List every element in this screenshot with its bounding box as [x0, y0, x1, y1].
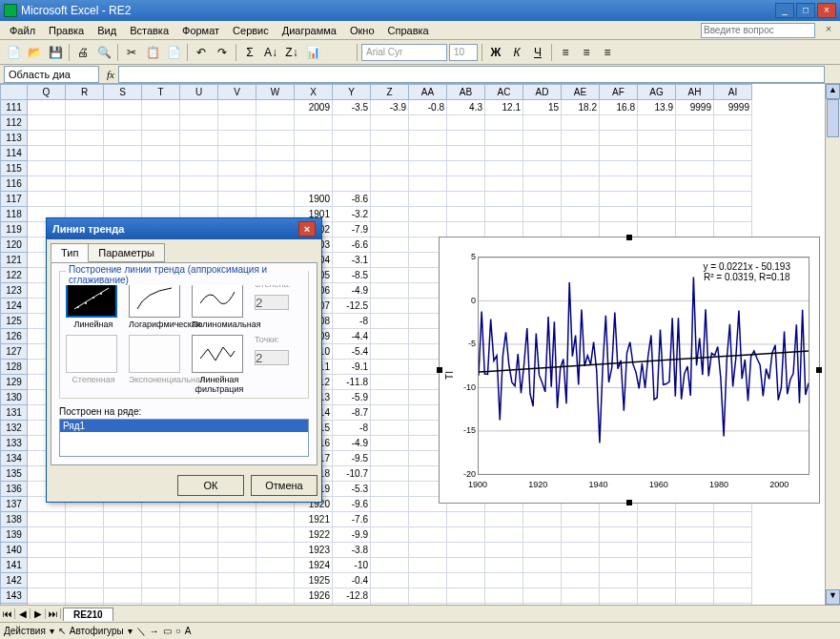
cell[interactable]: [256, 131, 295, 146]
cell[interactable]: [409, 115, 447, 131]
cell[interactable]: [638, 558, 676, 573]
fontsize-dropdown[interactable]: 10: [449, 44, 478, 61]
cell[interactable]: -9.5: [333, 451, 371, 466]
cell[interactable]: [714, 222, 752, 237]
cell[interactable]: [371, 558, 409, 573]
cell[interactable]: [218, 131, 256, 146]
cell[interactable]: [371, 436, 409, 451]
row-header[interactable]: 122: [1, 268, 28, 283]
col-header[interactable]: AB: [447, 85, 485, 100]
cell[interactable]: [333, 146, 371, 161]
cell[interactable]: [409, 207, 447, 222]
cell[interactable]: [66, 146, 104, 161]
cell[interactable]: [218, 161, 256, 176]
cell[interactable]: [256, 527, 295, 543]
cell[interactable]: 13.9: [638, 100, 676, 115]
col-header[interactable]: AF: [600, 85, 638, 100]
cell[interactable]: [142, 176, 180, 192]
cell[interactable]: [600, 146, 638, 161]
cell[interactable]: [256, 161, 295, 176]
cell[interactable]: [638, 527, 676, 543]
row-header[interactable]: 132: [1, 421, 28, 436]
cell[interactable]: [638, 222, 676, 237]
chart-plot-area[interactable]: [478, 257, 809, 475]
cell[interactable]: [218, 543, 256, 558]
menu-file[interactable]: Файл: [4, 23, 41, 38]
cell[interactable]: [104, 588, 142, 604]
cell[interactable]: [523, 222, 562, 237]
save-button[interactable]: 💾: [46, 43, 65, 62]
cell[interactable]: [523, 558, 562, 573]
col-header[interactable]: AA: [409, 85, 447, 100]
worksheet-grid[interactable]: QRSTUVWXYZAAABACADAEAFAGAHAI1112009-3.5-…: [0, 84, 840, 618]
cell[interactable]: [28, 573, 66, 588]
cell[interactable]: -0.8: [409, 100, 447, 115]
cell[interactable]: [180, 115, 218, 131]
cell[interactable]: [371, 451, 409, 466]
row-header[interactable]: 117: [1, 192, 28, 207]
cell[interactable]: [600, 207, 638, 222]
col-header[interactable]: AE: [562, 85, 600, 100]
trend-type-log[interactable]: Логарифмическая: [129, 279, 184, 329]
menu-help[interactable]: Справка: [382, 23, 435, 38]
redo-button[interactable]: ↷: [213, 43, 232, 62]
cancel-button[interactable]: Отмена: [251, 475, 318, 496]
cell[interactable]: [600, 543, 638, 558]
cell[interactable]: [447, 176, 485, 192]
row-header[interactable]: 121: [1, 253, 28, 268]
series-item[interactable]: Ряд1: [60, 420, 308, 432]
cell[interactable]: [638, 176, 676, 192]
menu-chart[interactable]: Диаграмма: [277, 23, 342, 38]
row-header[interactable]: 119: [1, 222, 28, 237]
cell[interactable]: [638, 573, 676, 588]
name-box[interactable]: [4, 66, 99, 83]
line-icon[interactable]: ＼: [136, 625, 146, 638]
cell[interactable]: [409, 527, 447, 543]
cell[interactable]: [371, 192, 409, 207]
cell[interactable]: [104, 115, 142, 131]
sheet-tab-active[interactable]: RE210: [63, 608, 113, 621]
oval-icon[interactable]: ○: [175, 626, 181, 636]
cell[interactable]: [409, 192, 447, 207]
cell[interactable]: [485, 558, 523, 573]
row-header[interactable]: 130: [1, 390, 28, 405]
menu-tools[interactable]: Сервис: [227, 23, 275, 38]
cell[interactable]: [28, 512, 66, 527]
cell[interactable]: [523, 512, 562, 527]
cell[interactable]: [295, 115, 333, 131]
cell[interactable]: [600, 527, 638, 543]
cell[interactable]: [180, 100, 218, 115]
cell[interactable]: [523, 146, 562, 161]
cell[interactable]: [66, 543, 104, 558]
cell[interactable]: [523, 527, 562, 543]
tab-parameters[interactable]: Параметры: [88, 243, 165, 262]
cell[interactable]: [28, 527, 66, 543]
cell[interactable]: [676, 146, 714, 161]
cell[interactable]: [409, 161, 447, 176]
cell[interactable]: -9.6: [333, 497, 371, 512]
cell[interactable]: [409, 543, 447, 558]
cell[interactable]: [714, 161, 752, 176]
cell[interactable]: [371, 543, 409, 558]
cell[interactable]: [371, 146, 409, 161]
row-header[interactable]: 127: [1, 344, 28, 360]
col-header[interactable]: Z: [371, 85, 409, 100]
cell[interactable]: [142, 131, 180, 146]
cell[interactable]: [371, 573, 409, 588]
cell[interactable]: -5.3: [333, 482, 371, 497]
trend-type-movavg[interactable]: Линейная фильтрация: [192, 335, 247, 394]
cell[interactable]: [142, 146, 180, 161]
row-header[interactable]: 113: [1, 131, 28, 146]
cell[interactable]: [714, 192, 752, 207]
textbox-icon[interactable]: A: [185, 626, 192, 636]
cell[interactable]: [562, 588, 600, 604]
cell[interactable]: 4.3: [447, 100, 485, 115]
cell[interactable]: [66, 558, 104, 573]
cell[interactable]: [409, 512, 447, 527]
row-header[interactable]: 139: [1, 527, 28, 543]
cell[interactable]: 1923: [295, 543, 333, 558]
cell[interactable]: [218, 512, 256, 527]
row-header[interactable]: 136: [1, 482, 28, 497]
cell[interactable]: [562, 207, 600, 222]
cell[interactable]: [676, 543, 714, 558]
